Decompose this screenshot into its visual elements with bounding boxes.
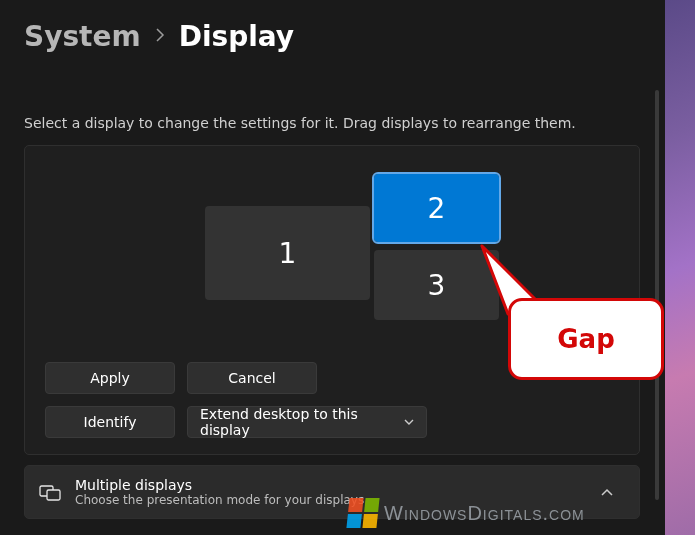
scrollbar[interactable] — [655, 90, 659, 500]
breadcrumb-parent-link[interactable]: System — [24, 20, 141, 53]
apply-button[interactable]: Apply — [45, 362, 175, 394]
display-2[interactable]: 2 — [374, 174, 499, 242]
breadcrumb: System Display — [24, 20, 641, 53]
identify-button[interactable]: Identify — [45, 406, 175, 438]
display-helper-text: Select a display to change the settings … — [24, 115, 641, 131]
chevron-down-icon — [404, 416, 414, 429]
cancel-button[interactable]: Cancel — [187, 362, 317, 394]
watermark: WindowsDigitals.com — [348, 498, 585, 528]
gap-callout-label: Gap — [557, 324, 615, 354]
display-mode-dropdown[interactable]: Extend desktop to this display — [187, 406, 427, 438]
watermark-text: WindowsDigitals.com — [384, 502, 585, 525]
multiple-displays-icon — [39, 481, 61, 503]
desktop-wallpaper-strip — [665, 0, 695, 535]
multiple-displays-title: Multiple displays — [75, 477, 364, 493]
windows-logo-icon — [346, 498, 379, 528]
chevron-up-icon[interactable] — [595, 480, 619, 504]
display-mode-selected: Extend desktop to this display — [200, 406, 404, 438]
display-1[interactable]: 1 — [205, 206, 370, 300]
gap-callout: Gap — [508, 298, 664, 380]
breadcrumb-current: Display — [179, 20, 294, 53]
chevron-right-icon — [155, 28, 165, 45]
svg-rect-1 — [47, 490, 60, 500]
multiple-displays-description: Choose the presentation mode for your di… — [75, 493, 364, 507]
